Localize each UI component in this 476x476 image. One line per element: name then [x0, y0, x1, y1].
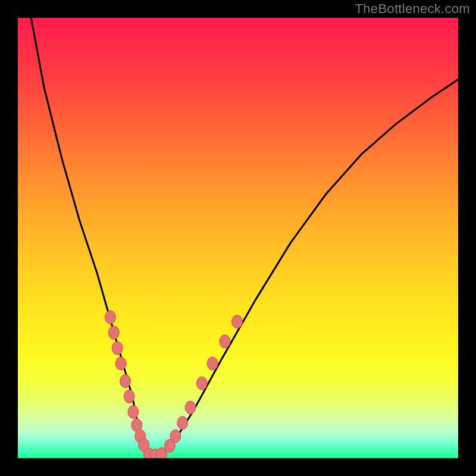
data-marker: [115, 357, 126, 370]
data-marker: [220, 335, 230, 348]
data-marker: [177, 416, 188, 430]
data-marker: [170, 430, 181, 443]
data-marker: [124, 390, 134, 403]
data-marker: [112, 342, 123, 355]
watermark-label: TheBottleneck.com: [355, 1, 470, 17]
curve-line: [31, 18, 458, 456]
curve-markers: [105, 311, 242, 458]
chart-overlay: [18, 18, 458, 458]
data-marker: [185, 401, 196, 414]
data-marker: [120, 375, 131, 388]
data-marker: [108, 326, 119, 339]
data-marker: [207, 357, 218, 370]
data-marker: [105, 311, 115, 324]
data-marker: [232, 315, 243, 328]
chart-frame: TheBottleneck.com: [0, 0, 476, 476]
data-marker: [128, 405, 139, 418]
data-marker: [196, 377, 207, 390]
plot-area: [18, 18, 458, 458]
